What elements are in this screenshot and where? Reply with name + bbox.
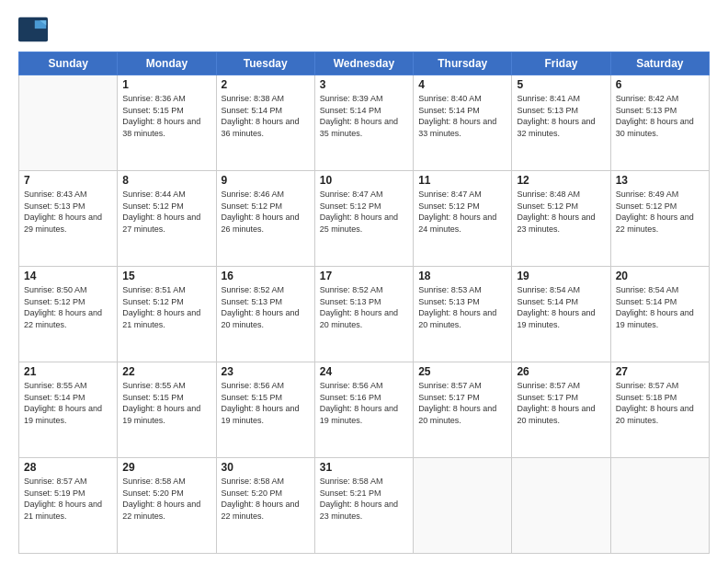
day-number: 7 — [24, 174, 112, 187]
day-number: 2 — [222, 78, 310, 91]
calendar-cell: 26Sunrise: 8:57 AMSunset: 5:17 PMDayligh… — [512, 362, 610, 458]
day-info: Sunrise: 8:53 AMSunset: 5:13 PMDaylight:… — [418, 284, 506, 330]
day-info: Sunrise: 8:38 AMSunset: 5:14 PMDaylight:… — [222, 93, 310, 139]
day-info: Sunrise: 8:41 AMSunset: 5:13 PMDaylight:… — [517, 93, 605, 139]
calendar-cell: 6Sunrise: 8:42 AMSunset: 5:13 PMDaylight… — [610, 75, 709, 171]
calendar-cell: 23Sunrise: 8:56 AMSunset: 5:15 PMDayligh… — [216, 362, 314, 458]
weekday-header-sunday: Sunday — [19, 52, 118, 75]
calendar-cell: 24Sunrise: 8:56 AMSunset: 5:16 PMDayligh… — [314, 362, 413, 458]
day-info: Sunrise: 8:57 AMSunset: 5:17 PMDaylight:… — [517, 380, 605, 426]
day-info: Sunrise: 8:47 AMSunset: 5:12 PMDaylight:… — [418, 189, 506, 235]
weekday-header-thursday: Thursday — [414, 52, 512, 75]
calendar-cell: 21Sunrise: 8:55 AMSunset: 5:14 PMDayligh… — [19, 362, 118, 458]
day-info: Sunrise: 8:54 AMSunset: 5:14 PMDaylight:… — [517, 284, 605, 330]
calendar-cell: 18Sunrise: 8:53 AMSunset: 5:13 PMDayligh… — [414, 267, 512, 362]
calendar-cell: 4Sunrise: 8:40 AMSunset: 5:14 PMDaylight… — [414, 75, 512, 171]
day-info: Sunrise: 8:40 AMSunset: 5:14 PMDaylight:… — [418, 93, 506, 139]
week-row-3: 21Sunrise: 8:55 AMSunset: 5:14 PMDayligh… — [19, 362, 710, 458]
day-number: 24 — [320, 365, 408, 378]
weekday-header-tuesday: Tuesday — [216, 52, 314, 75]
day-number: 11 — [418, 174, 506, 187]
page: SundayMondayTuesdayWednesdayThursdayFrid… — [0, 0, 728, 563]
day-info: Sunrise: 8:51 AMSunset: 5:12 PMDaylight:… — [122, 284, 210, 330]
day-info: Sunrise: 8:46 AMSunset: 5:12 PMDaylight:… — [222, 189, 310, 235]
day-number: 28 — [24, 461, 112, 474]
calendar-cell: 20Sunrise: 8:54 AMSunset: 5:14 PMDayligh… — [610, 267, 709, 362]
day-number: 27 — [616, 365, 704, 378]
day-number: 1 — [122, 78, 210, 91]
calendar-cell: 1Sunrise: 8:36 AMSunset: 5:15 PMDaylight… — [118, 75, 216, 171]
day-info: Sunrise: 8:58 AMSunset: 5:20 PMDaylight:… — [222, 476, 310, 522]
calendar-cell: 8Sunrise: 8:44 AMSunset: 5:12 PMDaylight… — [118, 171, 216, 267]
logo-icon — [18, 17, 48, 42]
day-info: Sunrise: 8:55 AMSunset: 5:15 PMDaylight:… — [122, 380, 210, 426]
day-number: 6 — [616, 78, 704, 91]
calendar-cell: 22Sunrise: 8:55 AMSunset: 5:15 PMDayligh… — [118, 362, 216, 458]
calendar-cell: 10Sunrise: 8:47 AMSunset: 5:12 PMDayligh… — [314, 171, 413, 267]
day-number: 21 — [24, 365, 112, 378]
week-row-0: 1Sunrise: 8:36 AMSunset: 5:15 PMDaylight… — [19, 75, 710, 171]
day-info: Sunrise: 8:58 AMSunset: 5:20 PMDaylight:… — [122, 476, 210, 522]
calendar-cell: 14Sunrise: 8:50 AMSunset: 5:12 PMDayligh… — [19, 267, 118, 362]
day-info: Sunrise: 8:36 AMSunset: 5:15 PMDaylight:… — [122, 93, 210, 139]
day-number: 5 — [517, 78, 605, 91]
calendar-cell: 16Sunrise: 8:52 AMSunset: 5:13 PMDayligh… — [216, 267, 314, 362]
header — [18, 17, 710, 42]
day-number: 4 — [418, 78, 506, 91]
day-info: Sunrise: 8:48 AMSunset: 5:12 PMDaylight:… — [517, 189, 605, 235]
day-info: Sunrise: 8:44 AMSunset: 5:12 PMDaylight:… — [122, 189, 210, 235]
weekday-header-friday: Friday — [512, 52, 610, 75]
day-info: Sunrise: 8:39 AMSunset: 5:14 PMDaylight:… — [320, 93, 408, 139]
calendar-cell — [19, 75, 118, 171]
weekday-header-saturday: Saturday — [610, 52, 709, 75]
day-number: 12 — [517, 174, 605, 187]
day-info: Sunrise: 8:52 AMSunset: 5:13 PMDaylight:… — [320, 284, 408, 330]
day-info: Sunrise: 8:57 AMSunset: 5:18 PMDaylight:… — [616, 380, 704, 426]
day-info: Sunrise: 8:52 AMSunset: 5:13 PMDaylight:… — [222, 284, 310, 330]
day-info: Sunrise: 8:42 AMSunset: 5:13 PMDaylight:… — [616, 93, 704, 139]
day-number: 17 — [320, 270, 408, 282]
day-number: 3 — [320, 78, 408, 91]
day-info: Sunrise: 8:57 AMSunset: 5:17 PMDaylight:… — [418, 380, 506, 426]
day-info: Sunrise: 8:43 AMSunset: 5:13 PMDaylight:… — [24, 189, 112, 235]
calendar-cell: 15Sunrise: 8:51 AMSunset: 5:12 PMDayligh… — [118, 267, 216, 362]
calendar-cell: 5Sunrise: 8:41 AMSunset: 5:13 PMDaylight… — [512, 75, 610, 171]
day-number: 19 — [517, 270, 605, 282]
calendar-cell: 25Sunrise: 8:57 AMSunset: 5:17 PMDayligh… — [414, 362, 512, 458]
calendar-cell: 19Sunrise: 8:54 AMSunset: 5:14 PMDayligh… — [512, 267, 610, 362]
calendar-cell: 29Sunrise: 8:58 AMSunset: 5:20 PMDayligh… — [118, 458, 216, 554]
day-number: 16 — [222, 270, 310, 282]
day-info: Sunrise: 8:50 AMSunset: 5:12 PMDaylight:… — [24, 284, 112, 330]
day-number: 26 — [517, 365, 605, 378]
calendar-cell: 9Sunrise: 8:46 AMSunset: 5:12 PMDaylight… — [216, 171, 314, 267]
calendar-cell: 11Sunrise: 8:47 AMSunset: 5:12 PMDayligh… — [414, 171, 512, 267]
calendar-cell — [610, 458, 709, 554]
weekday-header-monday: Monday — [118, 52, 216, 75]
day-number: 25 — [418, 365, 506, 378]
calendar-cell: 12Sunrise: 8:48 AMSunset: 5:12 PMDayligh… — [512, 171, 610, 267]
calendar-cell: 30Sunrise: 8:58 AMSunset: 5:20 PMDayligh… — [216, 458, 314, 554]
week-row-4: 28Sunrise: 8:57 AMSunset: 5:19 PMDayligh… — [19, 458, 710, 554]
calendar-cell: 28Sunrise: 8:57 AMSunset: 5:19 PMDayligh… — [19, 458, 118, 554]
day-info: Sunrise: 8:49 AMSunset: 5:12 PMDaylight:… — [616, 189, 704, 235]
day-number: 30 — [222, 461, 310, 474]
weekday-header-wednesday: Wednesday — [314, 52, 413, 75]
day-info: Sunrise: 8:47 AMSunset: 5:12 PMDaylight:… — [320, 189, 408, 235]
day-number: 23 — [222, 365, 310, 378]
weekday-header-row: SundayMondayTuesdayWednesdayThursdayFrid… — [19, 52, 710, 75]
day-info: Sunrise: 8:57 AMSunset: 5:19 PMDaylight:… — [24, 476, 112, 522]
calendar-cell: 2Sunrise: 8:38 AMSunset: 5:14 PMDaylight… — [216, 75, 314, 171]
calendar-cell — [512, 458, 610, 554]
day-number: 10 — [320, 174, 408, 187]
week-row-2: 14Sunrise: 8:50 AMSunset: 5:12 PMDayligh… — [19, 267, 710, 362]
calendar-cell — [414, 458, 512, 554]
day-info: Sunrise: 8:58 AMSunset: 5:21 PMDaylight:… — [320, 476, 408, 522]
calendar-cell: 27Sunrise: 8:57 AMSunset: 5:18 PMDayligh… — [610, 362, 709, 458]
day-number: 14 — [24, 270, 112, 282]
day-number: 9 — [222, 174, 310, 187]
day-info: Sunrise: 8:55 AMSunset: 5:14 PMDaylight:… — [24, 380, 112, 426]
day-number: 13 — [616, 174, 704, 187]
calendar-cell: 3Sunrise: 8:39 AMSunset: 5:14 PMDaylight… — [314, 75, 413, 171]
day-info: Sunrise: 8:56 AMSunset: 5:16 PMDaylight:… — [320, 380, 408, 426]
day-info: Sunrise: 8:56 AMSunset: 5:15 PMDaylight:… — [222, 380, 310, 426]
